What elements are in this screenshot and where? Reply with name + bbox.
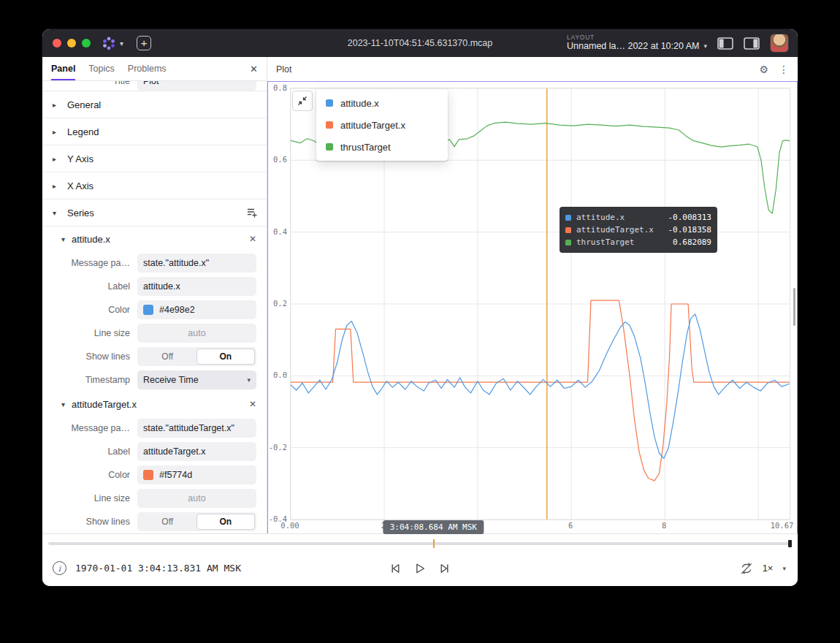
field-row-line-size: Line size auto bbox=[42, 487, 267, 510]
user-avatar[interactable] bbox=[770, 34, 789, 53]
scrollbar-thumb[interactable] bbox=[793, 288, 795, 326]
legend-item-attitude-target-x[interactable]: attitudeTarget.x bbox=[316, 114, 448, 136]
legend-label: attitude.x bbox=[340, 98, 379, 109]
timestamp-value: Receive Time bbox=[143, 375, 199, 385]
tooltip-series-value: 0.682089 bbox=[673, 237, 711, 247]
kebab-menu-icon[interactable]: ⋮ bbox=[779, 64, 789, 75]
plot-panel[interactable]: 0.80.60.40.20.0-0.2-0.4 0.0026810.67 att… bbox=[267, 81, 798, 534]
show-lines-on-button[interactable]: On bbox=[196, 514, 256, 530]
chevron-down-icon[interactable]: ▾ bbox=[782, 565, 786, 572]
field-label: Color bbox=[48, 470, 130, 480]
show-lines-on-button[interactable]: On bbox=[196, 349, 256, 365]
color-picker-field[interactable]: #4e98e2 bbox=[137, 300, 256, 319]
color-hex-value: #f5774d bbox=[159, 470, 192, 480]
tab-panel[interactable]: Panel bbox=[51, 57, 75, 80]
field-label: Message pa… bbox=[48, 423, 130, 433]
section-label: Series bbox=[67, 208, 94, 218]
playback-speed[interactable]: 1× bbox=[763, 563, 774, 574]
tooltip-series-value: -0.008313 bbox=[668, 213, 711, 222]
field-row-label: Label attitude.x bbox=[42, 275, 267, 298]
field-label: Message pa… bbox=[48, 258, 130, 268]
timestamp-dropdown[interactable]: Receive Time ▾ bbox=[137, 370, 256, 389]
color-hex-value: #4e98e2 bbox=[159, 305, 195, 315]
tab-problems[interactable]: Problems bbox=[128, 57, 167, 80]
tab-topics[interactable]: Topics bbox=[88, 57, 114, 80]
sidebar-tabbar: Panel Topics Problems ✕ bbox=[42, 57, 267, 81]
add-series-icon[interactable] bbox=[246, 207, 258, 218]
info-icon[interactable]: i bbox=[53, 561, 66, 575]
title-field[interactable]: Plot bbox=[137, 81, 256, 91]
loop-off-button[interactable] bbox=[740, 562, 753, 575]
color-picker-field[interactable]: #f5774d bbox=[137, 465, 256, 484]
section-label: X Axis bbox=[67, 180, 93, 191]
y-tick-label: 0.2 bbox=[273, 299, 287, 308]
line-size-input[interactable]: auto bbox=[137, 324, 256, 343]
seek-forward-button[interactable] bbox=[438, 562, 451, 575]
app-menu[interactable]: ▾ bbox=[101, 36, 123, 50]
x-tick-label: 8 bbox=[662, 521, 666, 530]
add-panel-button[interactable]: + bbox=[137, 36, 151, 50]
chevron-down-icon: ▾ bbox=[53, 209, 60, 217]
sidebar-section-y-axis[interactable]: ▸ Y Axis bbox=[42, 145, 267, 172]
field-label: Line size bbox=[48, 328, 130, 338]
minimize-window-button[interactable] bbox=[67, 39, 76, 47]
gear-icon[interactable]: ⚙ bbox=[759, 64, 768, 75]
line-size-input[interactable]: auto bbox=[137, 489, 256, 508]
content-area: Panel Topics Problems ✕ Title Plot ▸ Gen… bbox=[42, 57, 798, 534]
remove-series-icon[interactable]: ✕ bbox=[249, 399, 256, 409]
playback-bar: i 1970-01-01 3:04:13.831 AM MSK bbox=[42, 533, 798, 586]
close-icon[interactable]: ✕ bbox=[250, 64, 258, 75]
sidebar-section-series[interactable]: ▾ Series bbox=[42, 199, 267, 227]
layout-name: Unnamed la… 2022 at 10:20 AM bbox=[567, 42, 699, 52]
field-label: Color bbox=[48, 305, 130, 315]
x-axis-labels: 0.0026810.67 bbox=[268, 521, 797, 533]
label-input[interactable]: attitudeTarget.x bbox=[137, 442, 256, 461]
scrubber-playhead-handle[interactable] bbox=[433, 539, 435, 548]
series-header-attitude-target-x[interactable]: ▾ attitudeTarget.x ✕ bbox=[42, 392, 267, 416]
message-path-input[interactable]: state."attitude.x" bbox=[137, 254, 256, 273]
scrubber-track[interactable] bbox=[48, 542, 792, 545]
field-label: Show lines bbox=[48, 517, 130, 527]
timeline-scrubber[interactable] bbox=[48, 539, 792, 548]
collapse-legend-button[interactable] bbox=[292, 91, 313, 111]
close-window-button[interactable] bbox=[53, 39, 61, 47]
play-button[interactable] bbox=[413, 562, 427, 575]
color-swatch bbox=[143, 470, 153, 480]
y-tick-label: 0.8 bbox=[273, 83, 287, 92]
y-tick-label: -0.2 bbox=[269, 443, 287, 452]
play-icon bbox=[413, 562, 427, 575]
sidebar-section-legend[interactable]: ▸ Legend bbox=[42, 118, 267, 145]
playback-controls: i 1970-01-01 3:04:13.831 AM MSK bbox=[42, 550, 798, 586]
sidebar-section-general[interactable]: ▸ General bbox=[42, 91, 267, 118]
left-sidebar-toggle-button[interactable] bbox=[717, 37, 733, 50]
loop-off-icon bbox=[740, 562, 753, 575]
hover-value-tooltip: attitude.x -0.008313 attitudeTarget.x -0… bbox=[560, 207, 717, 253]
right-sidebar-toggle-button[interactable] bbox=[744, 37, 760, 50]
chevron-right-icon: ▸ bbox=[53, 128, 60, 136]
message-path-input[interactable]: state."attitudeTarget.x" bbox=[137, 419, 256, 438]
chevron-down-icon: ▾ bbox=[247, 376, 251, 384]
field-row-show-lines: Show lines Off On bbox=[42, 345, 267, 368]
zoom-window-button[interactable] bbox=[82, 39, 91, 47]
section-label: General bbox=[67, 99, 101, 110]
layout-picker[interactable]: LAYOUT Unnamed la… 2022 at 10:20 AM ▾ bbox=[567, 34, 707, 51]
legend-item-thrust-target[interactable]: thrustTarget bbox=[316, 136, 448, 158]
remove-series-icon[interactable]: ✕ bbox=[249, 234, 256, 244]
y-axis-labels: 0.80.60.40.20.0-0.2-0.4 bbox=[268, 82, 287, 533]
show-lines-off-button[interactable]: Off bbox=[139, 514, 196, 530]
label-input[interactable]: attitude.x bbox=[137, 277, 256, 296]
seek-backward-button[interactable] bbox=[389, 562, 402, 575]
titlebar-right-cluster: LAYOUT Unnamed la… 2022 at 10:20 AM ▾ bbox=[567, 34, 789, 53]
field-row-color: Color #f5774d bbox=[42, 463, 267, 487]
tooltip-series-label: attitude.x bbox=[576, 213, 663, 222]
chevron-down-icon: ▾ bbox=[703, 43, 707, 50]
field-label: Label bbox=[48, 446, 130, 457]
sidebar-section-x-axis[interactable]: ▸ X Axis bbox=[42, 172, 267, 199]
show-lines-off-button[interactable]: Off bbox=[139, 349, 196, 365]
field-label: Line size bbox=[48, 493, 130, 503]
series-header-attitude-x[interactable]: ▾ attitude.x ✕ bbox=[42, 227, 267, 251]
y-tick-label: 0.6 bbox=[273, 155, 287, 164]
legend-item-attitude-x[interactable]: attitude.x bbox=[316, 92, 448, 114]
show-lines-segmented-control: Off On bbox=[137, 512, 256, 531]
field-row-timestamp: Timestamp Receive Time ▾ bbox=[42, 368, 267, 392]
